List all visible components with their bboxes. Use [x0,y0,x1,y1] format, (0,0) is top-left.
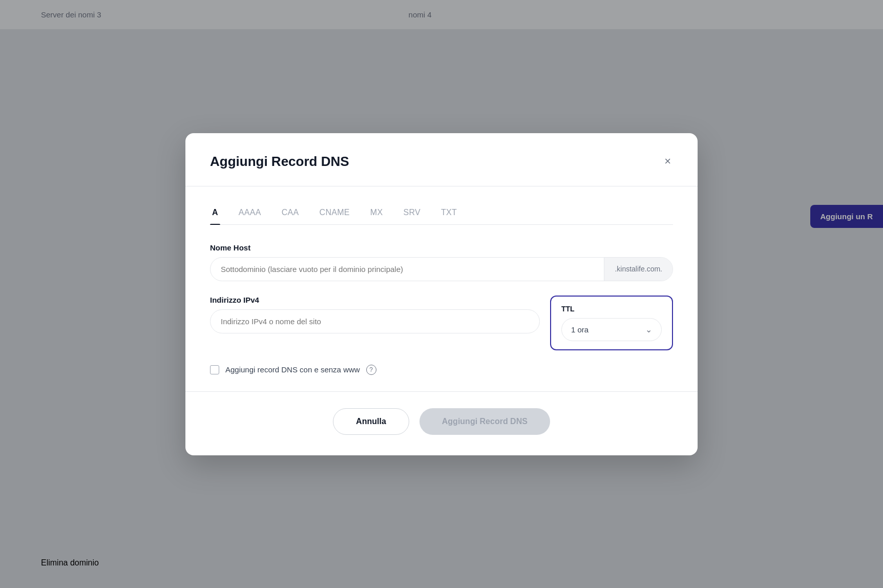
cancel-button[interactable]: Annulla [333,408,409,435]
ttl-value: 1 ora [571,325,588,334]
footer-divider [185,391,698,392]
submit-button[interactable]: Aggiungi Record DNS [419,408,550,435]
ipv4-section: Indirizzo IPv4 [210,296,540,333]
modal-header: Aggiungi Record DNS × [210,154,673,170]
www-checkbox-row: Aggiungi record DNS con e senza www ? [210,365,673,375]
ttl-section: TTL 1 ora ⌄ [550,296,673,350]
hostname-input-wrapper: .kinstalife.com. [210,257,673,281]
www-checkbox-label: Aggiungi record DNS con e senza www [225,365,360,374]
close-button[interactable]: × [662,154,673,169]
ipv4-label: Indirizzo IPv4 [210,296,540,304]
record-type-tabs: A AAAA CAA CNAME MX SRV TXT [210,203,673,225]
tab-TXT[interactable]: TXT [439,203,459,224]
modal-overlay: Aggiungi Record DNS × A AAAA CAA CNAME M… [0,0,883,588]
hostname-suffix: .kinstalife.com. [604,258,672,281]
tab-A[interactable]: A [210,203,220,224]
tab-AAAA[interactable]: AAAA [237,203,263,224]
ttl-label: TTL [561,305,662,313]
help-icon[interactable]: ? [366,365,376,375]
ttl-select[interactable]: 1 ora ⌄ [561,318,662,341]
tab-SRV[interactable]: SRV [401,203,423,224]
dns-record-modal: Aggiungi Record DNS × A AAAA CAA CNAME M… [185,133,698,455]
hostname-section: Nome Host .kinstalife.com. [210,243,673,281]
tab-MX[interactable]: MX [368,203,385,224]
www-checkbox[interactable] [210,365,219,374]
hostname-label: Nome Host [210,243,673,252]
modal-title: Aggiungi Record DNS [210,154,349,170]
header-divider [185,186,698,186]
hostname-input[interactable] [211,258,604,281]
ipv4-ttl-row: Indirizzo IPv4 TTL 1 ora ⌄ [210,296,673,350]
tab-CAA[interactable]: CAA [280,203,301,224]
modal-footer: Annulla Aggiungi Record DNS [210,408,673,435]
ipv4-input[interactable] [210,309,540,333]
tab-CNAME[interactable]: CNAME [318,203,352,224]
chevron-down-icon: ⌄ [645,325,652,334]
ttl-box: TTL 1 ora ⌄ [550,296,673,350]
